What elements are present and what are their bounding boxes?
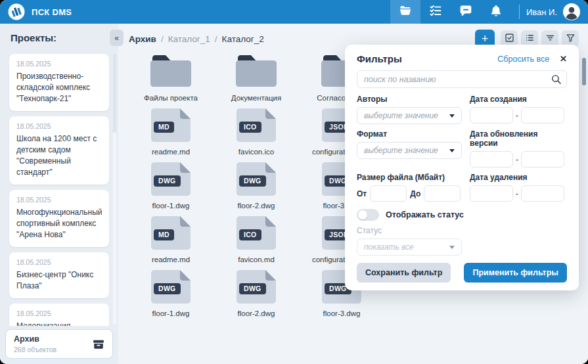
grid-item-file[interactable]: DWG floor-1.dwg	[128, 162, 214, 216]
project-name: Производственно-складской комплекс "Техн…	[16, 71, 102, 104]
user-name[interactable]: Иван И.	[526, 7, 557, 17]
grid-item-folder[interactable]: Документация	[214, 54, 299, 108]
range-dash: -	[516, 155, 518, 164]
item-name: favicon.md	[238, 256, 275, 263]
chat-icon	[459, 4, 472, 20]
reset-all-link[interactable]: Сбросить все	[497, 55, 549, 64]
file-ext-badge: DWG	[239, 283, 266, 294]
created-date-label: Дата создания	[470, 95, 567, 104]
folder-icon	[235, 54, 277, 88]
authors-select-placeholder: выберите значение	[364, 111, 438, 120]
file-ext-badge: MD	[154, 122, 174, 133]
created-date-field: Дата создания -	[470, 95, 567, 124]
deleted-date-field: Дата удаления -	[470, 173, 567, 202]
nav-messages[interactable]	[451, 0, 481, 24]
file-ext-badge: ICO	[239, 122, 261, 133]
project-card[interactable]: 18.05.2025 Производственно-складской ком…	[9, 54, 109, 111]
search-input[interactable]	[357, 70, 567, 88]
project-date: 18.05.2025	[16, 60, 102, 68]
size-from-input[interactable]	[370, 185, 407, 202]
company-logo-icon	[8, 3, 25, 20]
status-label: Статус	[357, 226, 567, 235]
project-date: 18.05.2025	[16, 196, 102, 204]
show-status-row: Отображать статус	[357, 209, 567, 221]
file-icon: ICO	[236, 216, 277, 250]
grid-item-file[interactable]: DWG floor-2.dwg	[214, 162, 299, 216]
grid-item-file[interactable]: MD readme.md	[128, 216, 214, 269]
archive-card[interactable]: Архив 268 объектов	[5, 329, 113, 359]
updated-date-field: Дата обновления версии -	[470, 129, 567, 168]
grid-item-file[interactable]: MD readme.md	[128, 108, 214, 162]
file-icon: MD	[150, 108, 191, 142]
apply-filters-button[interactable]: Применить фильтры	[464, 263, 567, 283]
format-label: Формат	[357, 129, 462, 139]
archive-count: 268 объектов	[14, 346, 57, 353]
save-filter-button[interactable]: Сохранить фильтр	[357, 263, 451, 283]
project-card[interactable]: 18.05.2025 Школа на 1200 мест с детским …	[9, 116, 109, 185]
item-name: Файлы проекта	[144, 94, 198, 102]
filter-lines-icon	[545, 33, 555, 45]
breadcrumb-parent[interactable]: Каталог_1	[168, 34, 210, 44]
breadcrumb-separator: /	[215, 34, 217, 44]
grid-item-file[interactable]: ICO favicon.ico	[214, 108, 299, 162]
sidebar-title: Проекты:	[0, 24, 118, 43]
breadcrumb-current: Каталог_2	[222, 34, 264, 44]
deleted-date-to-input[interactable]	[521, 185, 564, 202]
item-name: floor-1.dwg	[152, 202, 190, 210]
format-select[interactable]: выберите значение	[357, 142, 462, 159]
folder-icon	[399, 4, 412, 20]
show-status-toggle[interactable]	[357, 209, 379, 221]
updated-date-to-input[interactable]	[521, 151, 564, 168]
created-date-from-input[interactable]	[470, 107, 513, 124]
updated-date-label: Дата обновления версии	[470, 129, 567, 148]
grid-item-file[interactable]: DWG floor-2.dwg	[214, 269, 299, 323]
sidebar-collapse-button[interactable]: «	[110, 30, 124, 46]
size-to-input[interactable]	[424, 185, 461, 202]
search-icon[interactable]	[551, 74, 562, 85]
file-icon: DWG	[236, 162, 277, 196]
close-icon[interactable]: ✕	[560, 54, 567, 64]
format-field: Формат выберите значение	[357, 129, 462, 168]
project-card[interactable]: 18.05.2025 Модернизация системы водоснаб…	[9, 304, 109, 326]
user-avatar[interactable]	[563, 3, 580, 20]
file-size-field: Размер файла (Мбайт) От До	[357, 173, 462, 202]
updated-date-from-input[interactable]	[470, 151, 513, 168]
filters-panel: Фильтры Сбросить все ✕ Авторы выберите з…	[345, 45, 579, 290]
project-card[interactable]: 18.05.2025 Бизнес-центр "Оникс Плаза"	[9, 252, 109, 298]
app-window: ПСК DMS	[0, 0, 588, 364]
main-scrollbar[interactable]	[582, 58, 586, 85]
nav-tasks[interactable]	[420, 0, 451, 24]
grid-item-file[interactable]: DWG floor-1.dwg	[128, 269, 214, 323]
project-date: 18.05.2025	[16, 309, 102, 317]
project-name: Многофункциональный спортивный комплекс …	[16, 207, 102, 240]
created-date-to-input[interactable]	[521, 107, 564, 124]
file-ext-badge: DWG	[154, 283, 181, 294]
item-name: floor-2.dwg	[238, 309, 275, 317]
authors-select[interactable]: выберите значение	[357, 107, 462, 124]
file-ext-badge: DWG	[239, 175, 266, 187]
breadcrumb-root[interactable]: Архив	[129, 34, 156, 44]
project-name: Школа на 1200 мест с детским садом "Совр…	[16, 133, 102, 178]
top-navigation: Иван И.	[390, 0, 580, 24]
item-name: favicon.ico	[238, 148, 274, 156]
nav-files[interactable]	[390, 0, 420, 24]
grid-item-file[interactable]: ICO favicon.md	[214, 216, 299, 269]
range-dash: -	[516, 111, 518, 120]
filters-title: Фильтры	[357, 53, 402, 64]
project-card[interactable]: 18.05.2025 Многофункциональный спортивны…	[9, 190, 109, 247]
archive-box-icon	[93, 338, 104, 350]
item-name: floor-3.dwg	[323, 309, 361, 317]
filters-footer: Сохранить фильтр Применить фильтры	[357, 263, 567, 283]
status-select[interactable]: показать все	[357, 239, 462, 256]
archive-card-text: Архив 268 объектов	[14, 334, 57, 353]
checkbox-icon	[505, 33, 514, 45]
authors-field: Авторы выберите значение	[357, 95, 462, 124]
funnel-icon	[566, 33, 576, 45]
chevron-down-icon	[449, 246, 455, 249]
grid-item-folder[interactable]: Файлы проекта	[128, 54, 214, 108]
deleted-date-from-input[interactable]	[470, 185, 513, 202]
project-date: 18.05.2025	[16, 122, 102, 130]
toggle-knob	[358, 210, 367, 219]
item-name: floor-1.dwg	[152, 309, 190, 317]
nav-notifications[interactable]	[481, 0, 511, 24]
